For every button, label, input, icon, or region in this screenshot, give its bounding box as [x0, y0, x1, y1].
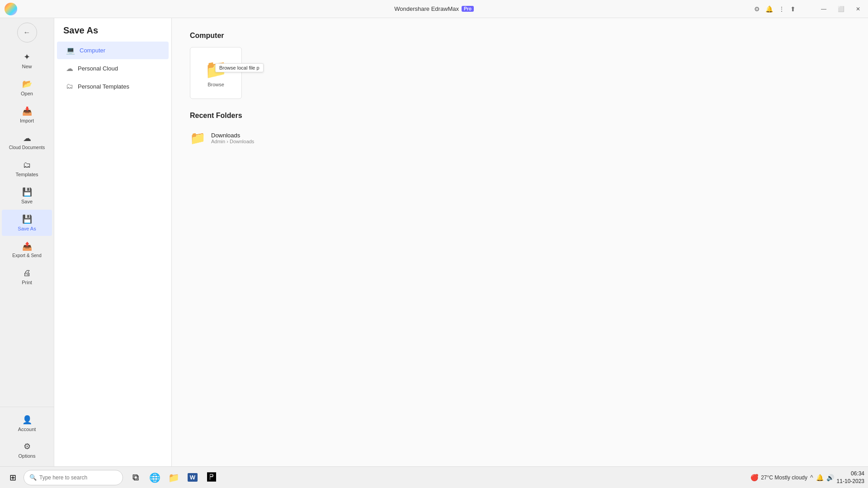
taskbar: ⊞ 🔍 ⧉ 🌐 📁 W 🅿 🔴 27°C Mostly cloudy ^ 🔔 — [0, 466, 868, 488]
edge-icon: 🌐 — [149, 472, 160, 483]
app-name: Wondershare EdrawMax — [394, 5, 459, 12]
search-input[interactable] — [39, 474, 117, 481]
taskview-icon: ⧉ — [132, 472, 139, 483]
import-icon: 📥 — [22, 106, 32, 116]
share-icon[interactable]: ⬆ — [790, 5, 796, 13]
sidebar-label-save: Save — [21, 199, 33, 204]
taskbar-right: 🔴 27°C Mostly cloudy ^ 🔔 🔊 06:34 11-10-2… — [750, 470, 864, 485]
sidebar-item-open[interactable]: 📂 Open — [2, 75, 52, 101]
panel-title: Save As — [54, 18, 171, 41]
sidebar-item-export[interactable]: 📤 Export & Send — [2, 237, 52, 263]
notification-tray-icon[interactable]: 🔔 — [816, 474, 824, 481]
sidebar-item-print[interactable]: 🖨 Print — [2, 264, 52, 290]
print-icon: 🖨 — [23, 268, 31, 278]
sidebar-label-export: Export & Send — [12, 253, 41, 258]
main-content: Computer 📁 Browse local file p Browse Re… — [172, 18, 868, 466]
sidebar-label-cloud: Cloud Documents — [9, 145, 45, 150]
panel-label-computer: Computer — [80, 47, 105, 54]
computer-section: Computer 📁 Browse local file p Browse — [190, 32, 850, 99]
taskbar-apps: ⧉ 🌐 📁 W 🅿 — [127, 469, 221, 487]
panel-item-computer[interactable]: 💻 Computer — [57, 42, 169, 59]
taskbar-app-edge[interactable]: 🌐 — [146, 469, 164, 487]
clock: 06:34 11-10-2023 — [837, 470, 864, 485]
sidebar-label-print: Print — [22, 280, 32, 285]
weather-info: 27°C Mostly cloudy — [761, 474, 807, 481]
sidebar-item-save[interactable]: 💾 Save — [2, 183, 52, 209]
volume-icon[interactable]: 🔊 — [826, 474, 834, 481]
sidebar-item-saveas[interactable]: 💾 Save As — [2, 210, 52, 236]
sidebar-label-open: Open — [21, 91, 33, 96]
word-icon: W — [188, 473, 198, 482]
close-button[interactable]: ✕ — [850, 0, 866, 18]
sidebar-item-import[interactable]: 📥 Import — [2, 102, 52, 128]
taskbar-search[interactable]: 🔍 — [24, 470, 123, 485]
recent-folder-info: Downloads Admin › Downloads — [211, 132, 254, 144]
minimize-button[interactable]: — — [816, 0, 832, 18]
explorer-icon: 📁 — [168, 472, 179, 483]
sidebar-item-cloud[interactable]: ☁ Cloud Documents — [2, 129, 52, 155]
computer-icon: 💻 — [66, 46, 75, 55]
sidebar-label-options: Options — [19, 453, 36, 459]
back-button[interactable]: ← — [17, 23, 37, 42]
nav-items: ✦ New 📂 Open 📥 Import ☁ Cloud Documents … — [0, 47, 54, 407]
window-controls: — ⬜ ✕ — [816, 0, 868, 18]
sidebar-label-templates: Templates — [15, 172, 38, 177]
start-button[interactable]: ⊞ — [4, 469, 22, 487]
taskbar-app-explorer[interactable]: 📁 — [165, 469, 183, 487]
recent-folders-section: Recent Folders 📁 Downloads Admin › Downl… — [190, 112, 850, 149]
sidebar-item-options[interactable]: ⚙ Options — [2, 437, 52, 463]
open-icon: 📂 — [22, 79, 32, 89]
sidebar-item-new[interactable]: ✦ New — [2, 47, 52, 74]
account-icon: 👤 — [22, 415, 32, 425]
settings-icon[interactable]: ⚙ — [754, 5, 760, 13]
titlebar-left — [5, 3, 17, 15]
browse-card[interactable]: 📁 Browse local file p Browse — [190, 47, 242, 99]
sidebar-item-templates[interactable]: 🗂 Templates — [2, 156, 52, 182]
export-icon: 📤 — [22, 241, 32, 251]
weather-text: 27°C Mostly cloudy — [761, 474, 807, 481]
panel-item-personal-templates[interactable]: 🗂 Personal Templates — [57, 78, 169, 95]
chevron-up-icon[interactable]: ^ — [810, 474, 813, 481]
toolbar-right: ⚙ 🔔 ⋮ ⬆ — [754, 5, 796, 13]
app5-icon: 🅿 — [207, 472, 216, 483]
taskbar-app-word[interactable]: W — [184, 469, 202, 487]
network-icon[interactable]: 🔴 — [750, 474, 758, 481]
save-as-panel: Save As 💻 Computer ☁ Personal Cloud 🗂 Pe… — [54, 18, 172, 466]
recent-folders-title: Recent Folders — [190, 112, 850, 120]
folder-icon: 📁 — [205, 59, 227, 80]
browse-label: Browse — [208, 82, 224, 87]
templates-icon: 🗂 — [23, 160, 31, 170]
user-avatar[interactable] — [5, 3, 17, 15]
options-icon: ⚙ — [24, 441, 31, 451]
date-display: 11-10-2023 — [837, 478, 864, 485]
titlebar: Wondershare EdrawMax Pro ⚙ 🔔 ⋮ ⬆ — ⬜ ✕ — [0, 0, 868, 18]
titlebar-title: Wondershare EdrawMax Pro — [394, 5, 474, 12]
time-display: 06:34 — [837, 470, 864, 478]
recent-folder-path: Admin › Downloads — [211, 139, 254, 144]
panel-label-personal-cloud: Personal Cloud — [78, 65, 118, 72]
taskbar-app-5[interactable]: 🅿 — [203, 469, 221, 487]
panel-label-personal-templates: Personal Templates — [78, 83, 129, 90]
notification-icon[interactable]: 🔔 — [765, 5, 773, 13]
save-icon: 💾 — [22, 187, 32, 197]
taskbar-app-taskview[interactable]: ⧉ — [127, 469, 145, 487]
apps-icon[interactable]: ⋮ — [778, 5, 785, 13]
sidebar-left: ← ✦ New 📂 Open 📥 Import ☁ Cloud Document… — [0, 18, 54, 466]
back-icon: ← — [24, 28, 31, 37]
pro-badge: Pro — [462, 6, 474, 12]
nav-bottom: 👤 Account ⚙ Options — [0, 407, 54, 466]
maximize-button[interactable]: ⬜ — [833, 0, 849, 18]
search-icon: 🔍 — [29, 474, 37, 481]
saveas-icon: 💾 — [22, 214, 32, 224]
recent-folder-downloads[interactable]: 📁 Downloads Admin › Downloads — [190, 127, 850, 149]
computer-section-title: Computer — [190, 32, 850, 40]
start-icon: ⊞ — [9, 473, 16, 483]
panel-item-personal-cloud[interactable]: ☁ Personal Cloud — [57, 60, 169, 77]
system-tray: 🔴 27°C Mostly cloudy ^ 🔔 🔊 06:34 11-10-2… — [750, 470, 864, 485]
sidebar-item-account[interactable]: 👤 Account — [2, 410, 52, 436]
personal-cloud-icon: ☁ — [66, 64, 73, 73]
new-icon: ✦ — [24, 52, 30, 62]
sidebar-label-new: New — [22, 64, 32, 69]
sidebar-label-account: Account — [18, 427, 36, 432]
cloud-icon: ☁ — [23, 133, 31, 143]
